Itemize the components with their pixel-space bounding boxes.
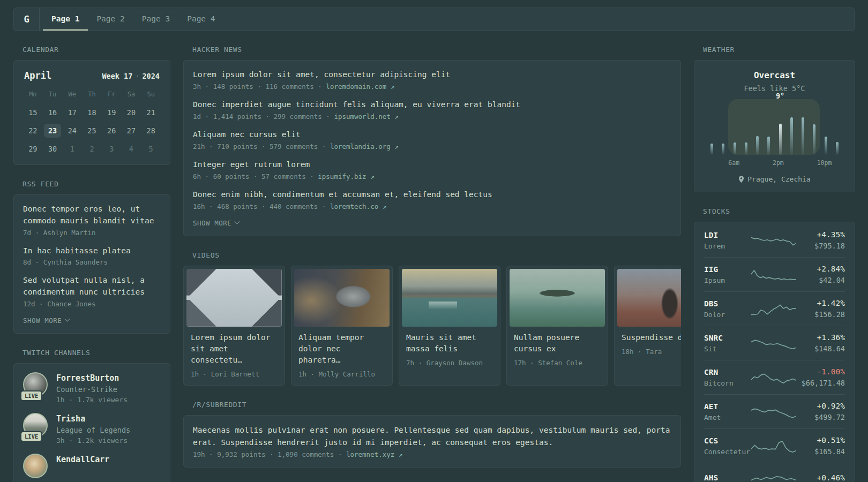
rss-item-title[interactable]: In hac habitasse platea — [23, 245, 161, 257]
weather-chart: 9° — [706, 101, 843, 155]
stock-row[interactable]: CCSConsectetur +0.51%$165.84 — [704, 428, 845, 463]
reddit-post-domain-link[interactable]: loremnet.xyz ↗ — [346, 450, 402, 458]
rss-card: Donec tempor eros leo, ut commodo mauris… — [13, 194, 170, 334]
stock-symbol: SNRC — [704, 334, 751, 342]
stock-change: +0.92% — [796, 402, 845, 410]
twitch-channel-name[interactable]: Trisha — [56, 413, 130, 424]
hn-item-meta: 21h · 710 points · 579 comments · loreml… — [193, 142, 671, 150]
twitch-channel-name[interactable]: KendallCarr — [56, 454, 109, 464]
stock-row[interactable]: DBSDolor +1.42%$156.28 — [704, 291, 845, 326]
videos-title: VIDEOS — [192, 251, 681, 259]
video-thumbnail[interactable] — [617, 269, 681, 327]
video-card[interactable]: Mauris sit amet massa felis 7h · Grayson… — [399, 266, 500, 386]
rss-item-meta: 12d · Chance Jones — [23, 300, 161, 308]
video-title[interactable]: Nullam posuere cursus ex — [510, 332, 605, 355]
stock-change: +2.84% — [796, 265, 845, 273]
tab-page-1[interactable]: Page 1 — [43, 8, 88, 31]
weather-current-temp: 9° — [776, 92, 784, 100]
hn-show-more-button[interactable]: SHOW MORE — [193, 219, 239, 227]
calendar-day: 30 — [44, 142, 62, 156]
weather-time-label — [784, 159, 795, 167]
calendar-day: 20 — [123, 106, 140, 119]
tab-page-2[interactable]: Page 2 — [88, 8, 133, 31]
weather-title: WEATHER — [703, 46, 855, 54]
stock-row[interactable]: CRNBitcorn -1.00%$66,171.48 — [704, 360, 845, 394]
rss-item-title[interactable]: Sed volutpat nulla nisl, a condimentum n… — [23, 275, 161, 298]
hn-item-domain-link[interactable]: ipsumify.biz ↗ — [318, 172, 374, 180]
nav-tabs: Page 1 Page 2 Page 3 Page 4 — [40, 8, 224, 31]
stock-row[interactable]: AHS +0.46% — [704, 463, 845, 482]
weather-bar — [752, 116, 763, 155]
hn-item-domain-link[interactable]: ipsumworld.net ↗ — [334, 112, 398, 120]
stock-row[interactable]: IIGIpsum +2.84%$42.04 — [704, 257, 845, 291]
reddit-post-title[interactable]: Maecenas mollis pulvinar erat non posuer… — [193, 424, 671, 448]
stock-name: Sit — [704, 345, 751, 353]
weather-bar — [729, 116, 740, 155]
hn-item-domain-link[interactable]: loremlandia.org ↗ — [330, 142, 399, 150]
weather-card: Overcast Feels like 5°C 9° 6am2pm10pm Pr… — [694, 60, 855, 192]
hn-item: Lorem ipsum dolor sit amet, consectetur … — [193, 69, 671, 91]
twitch-channel-category: Counter-Strike — [56, 385, 128, 394]
calendar-dow: Th — [82, 88, 102, 101]
hn-item-title[interactable]: Donec imperdiet augue tincidunt felis al… — [193, 99, 671, 110]
twitch-card: LIVE ForrestBurton Counter-Strike 1h · 1… — [13, 363, 170, 482]
video-meta: 1h · Lori Barnett — [186, 366, 282, 382]
twitch-channel-name[interactable]: ForrestBurton — [56, 372, 128, 383]
hn-item-domain-link[interactable]: loremdomain.com ↗ — [326, 82, 394, 91]
weather-time-label: 2pm — [773, 159, 784, 167]
videos-row: Lorem ipsum dolor sit amet consectetu… 1… — [183, 266, 681, 386]
video-card[interactable]: Aliquam tempor dolor nec pharetra… 1h · … — [291, 266, 393, 386]
weather-bar — [717, 116, 729, 155]
stock-row[interactable]: SNRCSit +1.36%$148.64 — [704, 326, 845, 360]
video-title[interactable]: Suspendisse diam — [617, 332, 681, 343]
video-thumbnail[interactable] — [186, 269, 282, 327]
rss-show-more-button[interactable]: SHOW MORE — [23, 317, 69, 325]
hacker-news-title: HACKER NEWS — [192, 46, 681, 54]
twitch-channel-row[interactable]: LIVE ForrestBurton Counter-Strike 1h · 1… — [23, 372, 161, 404]
hn-item-meta: 16h · 468 points · 440 comments · loremt… — [193, 202, 671, 210]
hn-item-title[interactable]: Integer eget rutrum lorem — [193, 159, 671, 170]
weather-bar — [740, 116, 752, 155]
video-card[interactable]: Suspendisse diam 18h · Tara — [614, 266, 681, 386]
subreddit-title: /R/SUBREDDIT — [192, 401, 681, 409]
video-thumbnail[interactable] — [294, 269, 390, 327]
stock-name: Bitcorn — [704, 379, 751, 387]
twitch-channel-row[interactable]: KendallCarr — [23, 454, 161, 482]
stock-row[interactable]: LDILorem +4.35%$795.18 — [704, 223, 845, 257]
stock-symbol: CCS — [704, 436, 751, 445]
hn-item-title[interactable]: Aliquam nec cursus elit — [193, 129, 671, 140]
tab-page-3[interactable]: Page 3 — [133, 8, 178, 31]
stock-sparkline — [751, 266, 796, 283]
weather-feels-like: Feels like 5°C — [703, 84, 846, 93]
video-title[interactable]: Mauris sit amet massa felis — [402, 332, 497, 355]
hn-item-title[interactable]: Lorem ipsum dolor sit amet, consectetur … — [193, 69, 671, 80]
tab-page-4[interactable]: Page 4 — [178, 8, 223, 31]
hn-item-domain-link[interactable]: loremtech.co ↗ — [330, 202, 386, 210]
hn-item-title[interactable]: Donec enim nibh, condimentum et accumsan… — [193, 189, 671, 200]
twitch-channel-category: League of Legends — [56, 426, 130, 434]
video-title[interactable]: Aliquam tempor dolor nec pharetra… — [294, 332, 390, 366]
calendar-day: 27 — [123, 124, 140, 138]
video-card[interactable]: Lorem ipsum dolor sit amet consectetu… 1… — [183, 266, 285, 386]
hn-item: Integer eget rutrum lorem 6h · 60 points… — [193, 159, 671, 180]
video-card[interactable]: Nullam posuere cursus ex 17h · Stefan Co… — [506, 266, 608, 386]
stock-symbol: LDI — [704, 231, 751, 239]
weather-time-label — [761, 159, 773, 167]
calendar-day: 3 — [103, 142, 121, 156]
weather-bar — [706, 116, 717, 155]
dashboard-page: G Page 1 Page 2 Page 3 Page 4 CALENDAR A… — [0, 0, 868, 482]
reddit-post-meta: 19h · 9,932 points · 1,090 comments · lo… — [193, 450, 671, 458]
chevron-down-icon — [235, 219, 240, 224]
video-title[interactable]: Lorem ipsum dolor sit amet consectetu… — [186, 332, 282, 366]
calendar-dow: Fr — [102, 88, 122, 101]
video-thumbnail[interactable] — [402, 269, 497, 327]
stock-price: $66,171.48 — [796, 379, 845, 387]
rss-item-title[interactable]: Donec tempor eros leo, ut commodo mauris… — [23, 204, 161, 227]
calendar-day: 28 — [142, 124, 160, 138]
twitch-channel-row[interactable]: LIVE Trisha League of Legends 3h · 1.2k … — [23, 413, 161, 445]
weather-location-text: Prague, Czechia — [747, 175, 810, 183]
stock-row[interactable]: AETAmet +0.92%$499.72 — [704, 394, 845, 428]
calendar-day: 29 — [24, 142, 42, 156]
video-thumbnail[interactable] — [510, 269, 605, 327]
twitch-channel-meta: 3h · 1.2k viewers — [56, 436, 130, 445]
